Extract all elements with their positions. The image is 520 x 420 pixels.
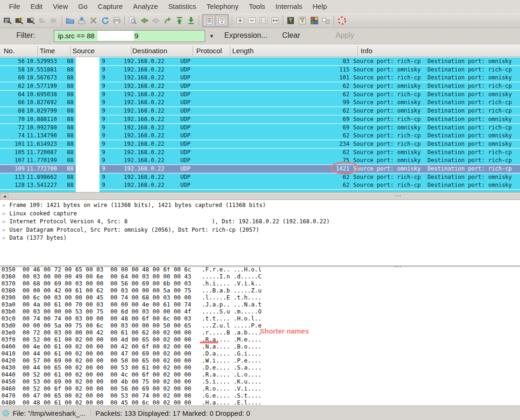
column-divider[interactable] — [357, 46, 358, 56]
hex-row-03f0[interactable]: 03f0 00 52 00 61 00 02 00 00 00 4d 00 65… — [1, 336, 520, 343]
expander-icon[interactable]: ▷ — [3, 228, 5, 232]
go-back-icon[interactable] — [138, 14, 150, 27]
pane-splitter-grip[interactable] — [395, 195, 401, 197]
menu-item-help[interactable]: Help — [307, 0, 332, 13]
hex-row-03a0[interactable]: 03a0 00 4a 00 61 00 70 00 03 00 00 00 4e… — [1, 301, 520, 308]
zoom-out-icon[interactable] — [246, 14, 257, 27]
hex-row-0370[interactable]: 0370 00 68 00 69 00 03 00 00 00 56 00 69… — [1, 280, 520, 287]
cell-info: Source port: omnisky Destination port: r… — [353, 149, 512, 156]
menu-item-edit[interactable]: Edit — [25, 0, 48, 13]
expression-button[interactable]: Expression... — [224, 31, 267, 40]
column-divider[interactable] — [131, 46, 131, 56]
horizontal-scrollbar[interactable]: ◀ — [0, 192, 520, 200]
capture-options-icon[interactable] — [13, 14, 25, 27]
hex-row-0420[interactable]: 0420 00 57 00 69 00 02 00 00 00 50 00 65… — [1, 357, 520, 364]
find-packet-icon[interactable] — [127, 14, 138, 27]
scroll-left-arrow-icon[interactable]: ◀ — [0, 193, 8, 200]
menu-item-file[interactable]: File — [4, 0, 25, 13]
hex-row-0460[interactable]: 0460 00 52 00 6f 00 02 00 00 00 56 00 69… — [1, 385, 520, 392]
column-header-no[interactable]: No. — [4, 47, 14, 55]
hex-row-0350[interactable]: 0350 00 46 00 72 00 65 00 03 00 00 00 48… — [1, 267, 520, 273]
status-dot-icon[interactable] — [3, 410, 9, 416]
filter-dropdown-arrow-icon[interactable]: ▼ — [206, 30, 218, 42]
cell-srcp: 88 — [67, 116, 73, 122]
interface-list-icon[interactable] — [1, 14, 13, 27]
hex-row-0380[interactable]: 0380 00 00 00 42 00 61 00 62 00 03 00 00… — [1, 287, 520, 294]
resize-columns-icon[interactable] — [269, 14, 281, 27]
menu-item-tools[interactable]: Tools — [243, 0, 270, 13]
column-divider[interactable] — [70, 46, 71, 56]
detail-row-ip[interactable]: ▷Internet Protocol Version 4, Src: 8), D… — [0, 218, 520, 227]
status-file-text[interactable]: File: "/tmp/wireshark_... — [13, 409, 85, 417]
menu-item-go[interactable]: Go — [73, 0, 93, 13]
filter-input[interactable]: ip.src == 88 9 — [54, 30, 205, 42]
cell-srcp: 88 — [67, 141, 73, 147]
cell-info: Source port: rich-cp Destination port: o… — [353, 182, 512, 188]
hex-row-0440[interactable]: 0440 00 52 00 61 00 02 00 00 00 4c 00 6f… — [1, 371, 520, 378]
column-header-info[interactable]: Info — [361, 47, 372, 55]
clear-button[interactable]: Clear — [282, 31, 300, 40]
preferences-icon[interactable] — [320, 14, 332, 27]
cell-time: 10.551881 — [27, 66, 57, 73]
menu-item-internals[interactable]: Internals — [270, 0, 307, 13]
hex-row-0410[interactable]: 0410 00 44 00 61 00 02 00 00 00 47 00 69… — [1, 350, 520, 357]
menu-item-statistics[interactable]: Statistics — [163, 0, 201, 13]
cell-time: 10.529953 — [27, 58, 57, 64]
column-header-source[interactable]: Source — [72, 47, 95, 55]
detail-row-data[interactable]: ▷Data (1377 bytes) — [0, 235, 520, 243]
menu-item-analyze[interactable]: Analyze — [128, 0, 163, 13]
cell-srcs: 9 — [102, 58, 105, 64]
expander-icon[interactable]: ▷ — [3, 211, 5, 216]
open-file-icon[interactable] — [64, 14, 76, 27]
expander-icon[interactable]: ▷ — [3, 219, 5, 224]
apply-button[interactable]: Apply — [335, 31, 354, 40]
colorize-list-icon[interactable] — [203, 15, 215, 26]
hex-row-03c0[interactable]: 03c0 00 74 00 74 00 03 00 00 00 48 00 6f… — [1, 315, 520, 322]
column-header-time[interactable]: Time — [40, 47, 55, 55]
detail-row-udp[interactable]: ▷User Datagram Protocol, Src Port: omnis… — [0, 227, 520, 235]
go-forward-icon[interactable] — [150, 14, 162, 27]
detail-row-frame[interactable]: ▷Frame 109: 1421 bytes on wire (11368 bi… — [0, 202, 520, 210]
save-file-icon[interactable] — [76, 14, 87, 27]
zoom-100-icon[interactable]: 1:1 — [257, 14, 269, 27]
filter-label[interactable]: Filter: — [16, 31, 35, 40]
column-divider[interactable] — [37, 46, 38, 56]
column-header-destination[interactable]: Destination — [132, 47, 167, 55]
go-bottom-icon[interactable] — [185, 14, 197, 27]
hex-row-0480[interactable]: 0480 00 48 00 61 00 02 00 00 00 45 00 6c… — [1, 399, 520, 406]
capture-restart-icon[interactable] — [48, 14, 60, 27]
cell-no: 60 — [0, 74, 25, 81]
column-divider[interactable] — [230, 46, 230, 56]
auto-scroll-icon[interactable] — [216, 15, 228, 26]
expander-icon[interactable]: ▷ — [3, 203, 5, 207]
menu-item-capture[interactable]: Capture — [93, 0, 128, 13]
cell-time: 11.720087 — [27, 149, 57, 156]
hex-row-03b0[interactable]: 03b0 00 03 00 00 00 53 00 75 00 6d 00 03… — [1, 308, 520, 315]
help-icon[interactable] — [336, 14, 348, 27]
hex-row-0470[interactable]: 0470 00 47 00 65 00 02 00 00 00 53 00 74… — [1, 392, 520, 399]
go-to-packet-icon[interactable] — [162, 14, 173, 27]
print-icon[interactable] — [111, 14, 122, 27]
capture-stop-icon[interactable] — [36, 14, 48, 27]
menu-item-view[interactable]: View — [48, 0, 73, 13]
hex-row-0450[interactable]: 0450 00 53 00 69 00 02 00 00 00 4b 00 75… — [1, 378, 520, 385]
capture-start-icon[interactable] — [25, 14, 36, 27]
go-top-icon[interactable] — [173, 14, 185, 27]
detail-row-linux-cooked[interactable]: ▷Linux cooked capture — [0, 210, 520, 219]
hex-row-0390[interactable]: 0390 00 6c 00 03 00 00 00 45 00 74 00 68… — [1, 294, 520, 301]
column-header-length[interactable]: Length — [232, 47, 254, 55]
expander-icon[interactable]: ▷ — [3, 235, 5, 240]
zoom-in-icon[interactable] — [234, 14, 246, 27]
hex-row-0360[interactable]: 0360 00 03 00 00 00 49 00 6e 00 64 00 03… — [1, 273, 520, 280]
cell-no: 66 — [0, 99, 25, 106]
capture-filter-icon[interactable] — [285, 14, 297, 27]
menu-item-telephony[interactable]: Telephony — [201, 0, 243, 13]
column-header-protocol[interactable]: Protocol — [196, 47, 222, 55]
display-filter-icon[interactable] — [297, 14, 308, 27]
coloring-rules-icon[interactable] — [308, 14, 320, 27]
column-divider[interactable] — [192, 46, 193, 56]
hex-row-0430[interactable]: 0430 00 44 00 65 00 02 00 00 00 53 00 61… — [1, 364, 520, 371]
close-file-icon[interactable] — [87, 14, 99, 27]
reload-icon[interactable] — [99, 14, 111, 27]
hex-row-0400[interactable]: 0400 00 4e 00 61 00 02 00 00 00 42 00 6f… — [1, 343, 520, 350]
